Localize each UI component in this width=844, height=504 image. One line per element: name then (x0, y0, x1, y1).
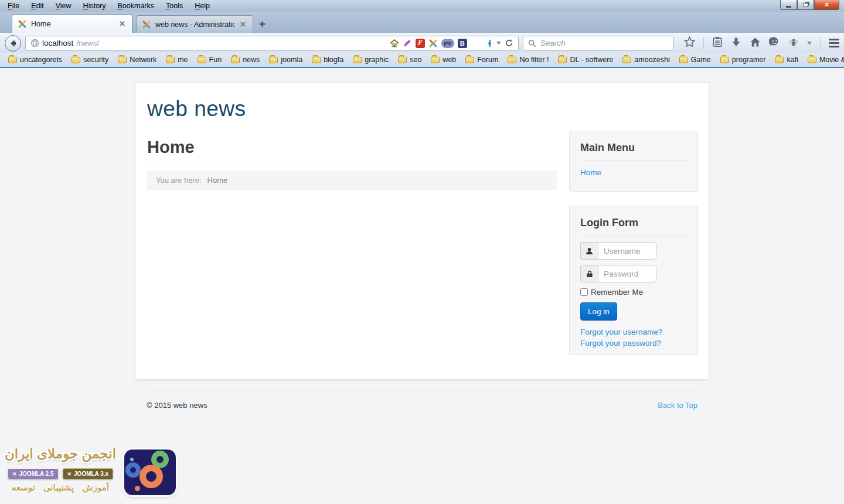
folder-icon (808, 57, 816, 63)
swirl-icon[interactable] (484, 39, 493, 48)
url-bar[interactable]: localhost/news/ F php B (25, 36, 519, 51)
folder-icon (312, 57, 321, 63)
folder-icon (622, 57, 631, 63)
bookmark-item[interactable]: amoozeshi (619, 55, 673, 65)
bookmark-item[interactable]: security (68, 55, 112, 65)
folder-icon (353, 57, 362, 63)
search-box[interactable] (523, 36, 674, 51)
menu-help[interactable]: Help (189, 1, 215, 11)
titlebar: File Edit View History Bookmarks Tools H… (0, 0, 844, 12)
bookmark-item[interactable]: kafi (771, 55, 801, 65)
search-input[interactable] (540, 39, 658, 47)
menubar: File Edit View History Bookmarks Tools H… (2, 1, 215, 11)
bookmark-item[interactable]: graphic (349, 55, 392, 65)
back-arrow-icon (8, 39, 18, 48)
minimize-button[interactable] (780, 0, 797, 10)
reload-icon[interactable] (505, 39, 514, 48)
restore-button[interactable] (797, 0, 814, 10)
page-heading: Home (147, 138, 195, 157)
bookmarks-clipboard-icon[interactable] (712, 36, 723, 50)
menu-history[interactable]: History (78, 1, 111, 11)
bookmark-star-icon[interactable] (684, 36, 695, 50)
user-icon (580, 242, 598, 260)
addon-dropdown-icon[interactable] (807, 42, 812, 45)
url-path: /news/ (76, 39, 99, 47)
bookmark-item[interactable]: seo (394, 55, 425, 65)
bookmark-item[interactable]: me (162, 55, 191, 65)
menu-bookmarks[interactable]: Bookmarks (113, 1, 160, 11)
breadcrumb-label: You are here: (156, 176, 202, 185)
tab-home[interactable]: Home ✕ (12, 14, 132, 33)
bookmark-item[interactable]: programer (717, 55, 770, 65)
joomla-iran-logo-icon (124, 449, 176, 495)
tab-close-icon[interactable]: ✕ (239, 20, 247, 29)
tab-administration[interactable]: web news - Administration ✕ (136, 15, 253, 33)
breadcrumb: You are here: Home (147, 171, 557, 190)
urlbar-dropdown-icon[interactable] (496, 42, 501, 45)
joomla3x-badge: ✕JOOMLA 3.x (63, 468, 114, 479)
menu-edit[interactable]: Edit (26, 1, 49, 11)
bookmark-item[interactable]: uncategorets (5, 55, 66, 65)
addon-fly-icon[interactable] (788, 38, 799, 49)
folder-icon (198, 57, 206, 63)
bookmark-item[interactable]: joomla (266, 55, 306, 65)
folder-icon (72, 57, 80, 63)
menu-file[interactable]: File (2, 1, 25, 11)
bookmarks-bar: uncategoretssecurityNetworkmeFunnewsjoom… (0, 53, 844, 67)
site-title[interactable]: web news (147, 97, 246, 121)
tab-strip: Home ✕ web news - Administration ✕ + (0, 12, 844, 33)
menu-tools[interactable]: Tools (161, 1, 188, 11)
bootstrap-icon[interactable]: B (458, 39, 467, 48)
bookmark-item[interactable]: blogfa (308, 55, 347, 65)
remember-me-checkbox[interactable] (580, 288, 588, 296)
username-field[interactable] (598, 242, 656, 260)
content-card: web news Home You are here: Home Main Me… (135, 82, 709, 380)
toolbar-icons (684, 36, 839, 50)
filezilla-icon[interactable]: F (416, 39, 425, 48)
main-menu-home-link[interactable]: Home (580, 168, 601, 177)
footer-divider (147, 391, 697, 391)
restore-icon (804, 3, 808, 7)
bookmark-item[interactable]: DL - softwere (554, 55, 617, 65)
home-site-icon[interactable] (390, 39, 399, 48)
feather-icon[interactable] (403, 39, 412, 48)
bookmark-item[interactable]: Fun (194, 55, 226, 65)
folder-icon (775, 57, 784, 63)
bookmark-item[interactable]: web (427, 55, 460, 65)
bookmark-item[interactable]: No filter ! (504, 55, 552, 65)
forgot-password-link[interactable]: Forgot your password? (580, 338, 687, 349)
login-form-title: Login Form (580, 217, 687, 236)
new-tab-button[interactable]: + (253, 18, 271, 33)
forgot-username-link[interactable]: Forgot your username? (580, 327, 687, 338)
window-controls: ✕ (780, 0, 839, 10)
joomla-icon[interactable] (428, 39, 438, 48)
remember-me-label: Remember Me (591, 288, 643, 297)
home-icon[interactable] (750, 37, 761, 50)
watermark-title: انجمن جوملای ایران (4, 446, 117, 462)
microsoft-icon[interactable] (471, 39, 480, 48)
bookmark-item[interactable]: Forum (462, 55, 502, 65)
downloads-icon[interactable] (731, 37, 741, 50)
close-button[interactable]: ✕ (814, 0, 839, 10)
menu-view[interactable]: View (50, 1, 77, 11)
bookmark-item[interactable]: Game (676, 55, 714, 65)
username-group (580, 242, 687, 260)
copyright-text: © 2015 web news (147, 401, 207, 410)
menu-hamburger-icon[interactable] (829, 39, 839, 47)
bookmark-item[interactable]: news (227, 55, 263, 65)
watermark-subtitle: آموزش پشتیبانی توسعه (4, 482, 117, 493)
bookmark-item[interactable]: Movie & Music (804, 55, 844, 65)
bookmark-item[interactable]: Network (114, 55, 160, 65)
password-field[interactable] (598, 265, 656, 282)
tab-close-icon[interactable]: ✕ (118, 19, 127, 28)
divider (147, 165, 557, 165)
folder-icon (720, 57, 729, 63)
login-button[interactable]: Log in (580, 302, 617, 321)
back-button[interactable] (5, 35, 21, 52)
feedback-smiley-icon[interactable] (769, 36, 780, 50)
back-to-top-link[interactable]: Back to Top (658, 401, 697, 410)
php-icon[interactable]: php (441, 39, 454, 48)
joomla-favicon (18, 19, 27, 29)
remember-me-row: Remember Me (580, 288, 687, 297)
url-host: localhost (42, 39, 73, 47)
